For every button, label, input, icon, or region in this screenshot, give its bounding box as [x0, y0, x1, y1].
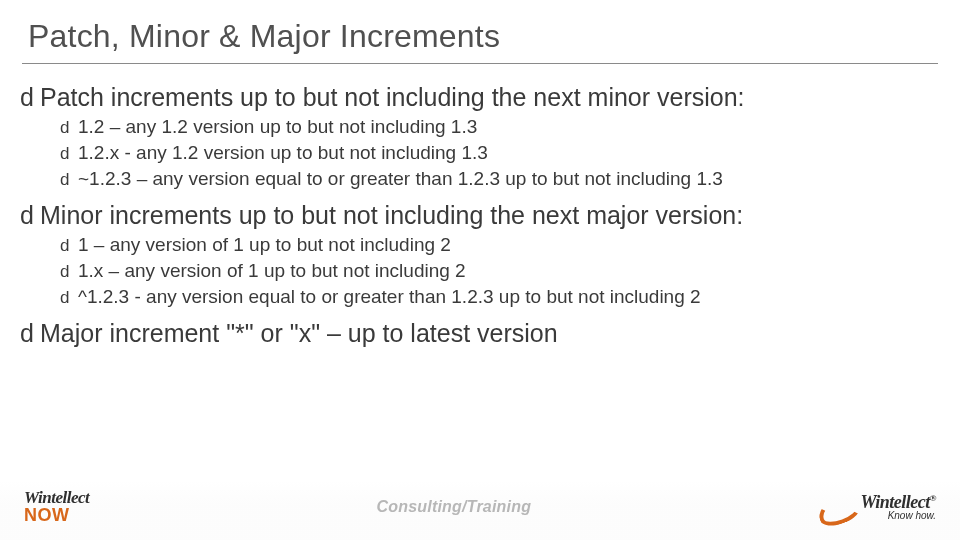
logo-letter: O	[38, 505, 53, 525]
bullet-icon: d	[60, 261, 78, 284]
bullet-level2: d 1.x – any version of 1 up to but not i…	[60, 258, 940, 284]
bullet-icon: d	[60, 117, 78, 140]
bullet-text: 1.x – any version of 1 up to but not inc…	[78, 258, 940, 284]
bullet-text: ^1.2.3 - any version equal to or greater…	[78, 284, 940, 310]
bullet-text: 1.2.x - any 1.2 version up to but not in…	[78, 140, 940, 166]
bullet-level2: d 1.2.x - any 1.2 version up to but not …	[60, 140, 940, 166]
bullet-text: ~1.2.3 – any version equal to or greater…	[78, 166, 940, 192]
bullet-level1: d Patch increments up to but not includi…	[20, 82, 940, 112]
slide-title: Patch, Minor & Major Increments	[0, 0, 960, 63]
logo-wintellect: Wintellect® Know how.	[818, 492, 936, 522]
bullet-text: 1 – any version of 1 up to but not inclu…	[78, 232, 940, 258]
bullet-level1: d Major increment "*" or "x" – up to lat…	[20, 318, 940, 348]
logo-wintellect-now: Wintellect NOW	[24, 490, 89, 523]
registered-icon: ®	[930, 493, 936, 503]
logo-letter: W	[52, 505, 70, 525]
bullet-level2: d 1 – any version of 1 up to but not inc…	[60, 232, 940, 258]
bullet-text: Minor increments up to but not including…	[40, 200, 940, 230]
bullet-icon: d	[60, 143, 78, 166]
bullet-level1: d Minor increments up to but not includi…	[20, 200, 940, 230]
logo-letter: N	[24, 505, 38, 525]
bullet-level2: d 1.2 – any 1.2 version up to but not in…	[60, 114, 940, 140]
logo-subtext: Know how.	[860, 511, 936, 521]
logo-right-text: Wintellect® Know how.	[860, 494, 936, 521]
logo-text: Wintellect®	[860, 494, 936, 511]
bullet-text: 1.2 – any 1.2 version up to but not incl…	[78, 114, 940, 140]
swoosh-icon	[818, 492, 854, 522]
bullet-text: Major increment "*" or "x" – up to lates…	[40, 318, 940, 348]
bullet-icon: d	[60, 235, 78, 258]
bullet-icon: d	[20, 318, 40, 348]
slide-footer: Wintellect NOW Consulting/Training Winte…	[0, 480, 960, 540]
sub-list: d 1.2 – any 1.2 version up to but not in…	[60, 114, 940, 192]
bullet-level2: d ^1.2.3 - any version equal to or great…	[60, 284, 940, 310]
bullet-text: Patch increments up to but not including…	[40, 82, 940, 112]
logo-word: Wintellect	[860, 492, 929, 512]
footer-tagline: Consulting/Training	[377, 498, 532, 516]
bullet-icon: d	[20, 82, 40, 112]
sub-list: d 1 – any version of 1 up to but not inc…	[60, 232, 940, 310]
bullet-icon: d	[20, 200, 40, 230]
logo-text-bottom: NOW	[24, 507, 89, 524]
bullet-icon: d	[60, 169, 78, 192]
bullet-level2: d ~1.2.3 – any version equal to or great…	[60, 166, 940, 192]
bullet-icon: d	[60, 287, 78, 310]
slide-body: d Patch increments up to but not includi…	[0, 64, 960, 348]
